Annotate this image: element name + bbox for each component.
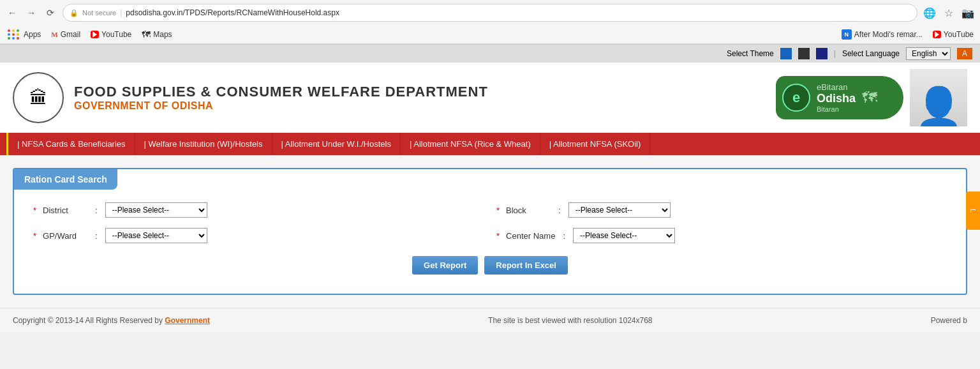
- footer-center: The site is best viewed with resolution …: [488, 316, 652, 325]
- search-panel-header: Ration Card Search: [14, 169, 117, 190]
- nav-item-allotment-nfsa-rice[interactable]: Allotment NFSA (Rice & Wheat): [401, 133, 540, 155]
- gp-ward-select[interactable]: --Please Select--: [105, 228, 207, 243]
- apps-bookmark[interactable]: Apps: [6, 28, 41, 41]
- nav-bar: NFSA Cards & Beneficiaries Welfare Insti…: [0, 133, 980, 155]
- block-label: Block: [506, 206, 551, 215]
- person-silhouette: 👤: [915, 88, 963, 126]
- youtube-right-bookmark[interactable]: YouTube: [933, 30, 974, 39]
- nav-item-allotment-skoil-label: Allotment NFSA (SKOil): [553, 139, 641, 149]
- block-required: *: [496, 206, 500, 215]
- orange-side-tab[interactable]: L: [966, 192, 980, 230]
- emblem-logo: 🏛: [13, 72, 64, 123]
- page-wrapper: Select Theme | Select Language English O…: [0, 45, 980, 333]
- youtube-right-label: YouTube: [944, 30, 974, 39]
- nav-item-allotment-wi[interactable]: Allotment Under W.I./Hostels: [272, 133, 401, 155]
- back-button[interactable]: ←: [5, 6, 19, 20]
- maps-bookmark[interactable]: 🗺 Maps: [142, 29, 172, 40]
- theme-bar: Select Theme | Select Language English O…: [0, 45, 980, 63]
- theme-swatch-blue[interactable]: [780, 48, 792, 59]
- center-required: *: [496, 231, 500, 241]
- after-modi-label: After Modi's remar...: [854, 30, 923, 39]
- govt-link[interactable]: Government: [165, 316, 210, 325]
- block-colon: :: [558, 206, 561, 215]
- district-required: *: [33, 206, 36, 215]
- gmail-label: Gmail: [61, 30, 80, 39]
- theme-swatch-dark[interactable]: [798, 48, 810, 59]
- translate-icon[interactable]: 🌐: [923, 6, 937, 20]
- ebitaran-odia-text: eBitaran: [817, 82, 856, 92]
- nav-item-welfare[interactable]: Welfare Institution (WI)/Hostels: [135, 133, 272, 155]
- bookmarks-bar: Apps M Gmail YouTube 🗺 Maps N After Modi…: [0, 26, 980, 44]
- nav-item-nfsa-cards-label: NFSA Cards & Beneficiaries: [22, 139, 126, 149]
- ebitaran-text-block: eBitaran Odisha Bitaran: [817, 82, 856, 113]
- gp-required: *: [33, 231, 36, 241]
- bookmark-star-icon[interactable]: ☆: [942, 6, 956, 20]
- department-name: FOOD SUPPLIES & CONSUMER WELFARE DEPARTM…: [74, 84, 488, 100]
- reload-button[interactable]: ⟳: [43, 6, 57, 20]
- district-group: * District : --Please Select--: [33, 202, 484, 218]
- govt-name: GOVERNMENT OF ODISHA: [74, 100, 488, 112]
- camera-icon[interactable]: 📷: [961, 6, 975, 20]
- browser-chrome: ← → ⟳ 🔒 Not secure | pdsodisha.gov.in/TP…: [0, 0, 980, 45]
- youtube-icon: [91, 31, 99, 38]
- after-modi-bookmark[interactable]: N After Modi's remar...: [842, 29, 923, 40]
- gp-ward-group: * GP/Ward : --Please Select--: [33, 228, 484, 243]
- form-row-gp-center: * GP/Ward : --Please Select-- * Center N…: [33, 228, 947, 243]
- after-modi-favicon: N: [842, 29, 852, 40]
- select-language-label: Select Language: [842, 49, 900, 58]
- youtube-bookmark[interactable]: YouTube: [91, 30, 131, 39]
- browser-actions: 🌐 ☆ 📷: [923, 6, 975, 20]
- theme-divider: |: [834, 49, 836, 58]
- site-header: 🏛 FOOD SUPPLIES & CONSUMER WELFARE DEPAR…: [0, 63, 980, 133]
- get-report-button[interactable]: Get Report: [412, 256, 478, 275]
- site-footer: Copyright © 2013-14 All Rights Reserved …: [0, 308, 980, 333]
- copyright-text: Copyright © 2013-14 All Rights Reserved …: [13, 316, 165, 325]
- district-select[interactable]: --Please Select--: [105, 202, 207, 218]
- ebitaran-e-circle: e: [782, 84, 810, 112]
- language-select[interactable]: English Odia: [906, 47, 951, 60]
- nav-item-welfare-label: Welfare Institution (WI)/Hostels: [149, 139, 263, 149]
- person-photo: 👤: [910, 69, 967, 126]
- block-group: * Block : --Please Select--: [496, 202, 947, 218]
- header-right: e eBitaran Odisha Bitaran 🗺 👤: [776, 69, 967, 126]
- ebitaran-odisha-text: Odisha: [817, 92, 856, 105]
- search-panel: Ration Card Search * District : --Please…: [13, 168, 967, 295]
- gp-colon: :: [95, 231, 98, 241]
- nav-item-allotment-nfsa-skoil[interactable]: Allotment NFSA (SKOil): [540, 133, 651, 155]
- gmail-bookmark[interactable]: M Gmail: [51, 30, 80, 39]
- center-name-group: * Center Name : --Please Select--: [496, 228, 947, 243]
- content-area: Ration Card Search * District : --Please…: [0, 155, 980, 308]
- center-name-label: Center Name: [506, 231, 555, 241]
- apps-label: Apps: [24, 30, 41, 39]
- lock-icon: 🔒: [70, 9, 78, 17]
- nav-item-allotment-rice-label: Allotment NFSA (Rice & Wheat): [413, 139, 531, 149]
- powered-by-text: Powered b: [931, 316, 967, 325]
- nav-item-allotment-wi-label: Allotment Under W.I./Hostels: [285, 139, 391, 149]
- theme-swatch-darkblue[interactable]: [816, 48, 828, 59]
- gp-ward-label: GP/Ward: [43, 231, 87, 241]
- ebitaran-bitaran-text: Bitaran: [817, 105, 856, 113]
- emblem-icon: 🏛: [29, 87, 47, 109]
- center-colon: :: [563, 231, 565, 241]
- ebitaran-logo: e eBitaran Odisha Bitaran 🗺: [776, 76, 903, 119]
- orange-tab-icon: L: [969, 209, 977, 213]
- footer-right: Powered b: [931, 316, 967, 325]
- header-left: 🏛 FOOD SUPPLIES & CONSUMER WELFARE DEPAR…: [13, 72, 488, 123]
- center-name-select[interactable]: --Please Select--: [573, 228, 675, 243]
- nav-item-nfsa-cards[interactable]: NFSA Cards & Beneficiaries: [6, 133, 135, 155]
- address-bar[interactable]: 🔒 Not secure | pdsodisha.gov.in/TPDS/Rep…: [63, 4, 917, 22]
- youtube-right-icon: [933, 31, 941, 38]
- browser-toolbar: ← → ⟳ 🔒 Not secure | pdsodisha.gov.in/TP…: [0, 0, 980, 26]
- resolution-text: The site is best viewed with resolution …: [488, 316, 652, 325]
- maps-icon: 🗺: [142, 29, 151, 40]
- extra-button[interactable]: A: [957, 48, 972, 59]
- form-row-district-block: * District : --Please Select-- * Block :: [33, 202, 947, 218]
- not-secure-label: Not secure: [82, 9, 116, 17]
- block-select[interactable]: --Please Select--: [568, 202, 671, 218]
- search-form: * District : --Please Select-- * Block :: [14, 190, 966, 294]
- odisha-map-icon: 🗺: [862, 89, 877, 107]
- forward-button[interactable]: →: [24, 6, 38, 20]
- apps-grid-icon: [6, 28, 21, 41]
- report-excel-button[interactable]: Report In Excel: [484, 256, 568, 275]
- search-panel-title: Ration Card Search: [24, 174, 107, 184]
